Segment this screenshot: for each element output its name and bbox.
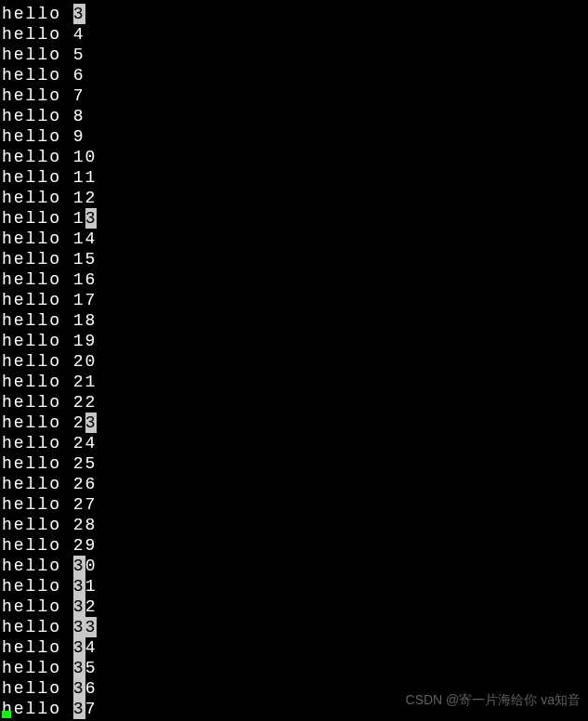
line-prefix: hello (2, 596, 73, 617)
watermark-text: CSDN @寄一片海给你 va知音 (406, 689, 581, 710)
terminal-line: hello 22 (2, 392, 588, 413)
line-prefix: hello (2, 433, 73, 453)
terminal-line: hello 7 (2, 85, 588, 106)
terminal-line: hello 19 (2, 331, 588, 351)
line-number-pre: 8 (73, 106, 85, 126)
line-prefix: hello (2, 413, 73, 433)
line-number-pre: 7 (73, 85, 85, 106)
line-number-post: 6 (85, 678, 98, 699)
line-number-pre: 1 (73, 208, 85, 229)
line-prefix: hello (2, 208, 73, 229)
line-number-post: 0 (85, 556, 98, 576)
line-number-pre: 11 (73, 167, 98, 188)
line-prefix: hello (2, 85, 73, 106)
terminal-output: hello 3hello 4hello 5hello 6hello 7hello… (0, 0, 588, 719)
terminal-line: hello 32 (2, 596, 588, 617)
line-number-pre: 25 (73, 453, 98, 474)
line-number-pre: 20 (73, 351, 98, 372)
terminal-line: hello 6 (2, 65, 588, 85)
line-number-pre: 21 (73, 372, 98, 392)
line-number-pre: 29 (73, 535, 98, 556)
line-prefix: hello (2, 535, 73, 556)
search-highlight: 3 (73, 637, 85, 658)
line-number-pre: 18 (73, 310, 98, 331)
terminal-line: hello 13 (2, 208, 588, 229)
terminal-line: hello 18 (2, 310, 588, 331)
line-prefix: hello (2, 678, 73, 699)
terminal-line: hello 30 (2, 556, 588, 576)
line-prefix: hello (2, 576, 73, 596)
line-prefix: hello (2, 515, 73, 535)
search-highlight: 3 (85, 413, 98, 433)
line-prefix: hello (2, 392, 73, 413)
search-highlight: 3 (73, 4, 85, 24)
terminal-line: hello 29 (2, 535, 588, 556)
terminal-line: hello 34 (2, 637, 588, 658)
line-number-pre: 9 (73, 126, 85, 147)
terminal-line: hello 33 (2, 617, 588, 637)
line-prefix: hello (2, 24, 73, 45)
terminal-line: hello 5 (2, 45, 588, 65)
line-prefix: hello (2, 617, 73, 637)
line-prefix: hello (2, 331, 73, 351)
search-highlight: 3 (73, 576, 85, 596)
terminal-line: hello 35 (2, 658, 588, 678)
line-prefix: hello (2, 290, 73, 310)
line-prefix: hello (2, 310, 73, 331)
line-prefix: hello (2, 269, 73, 290)
line-number-pre: 26 (73, 474, 98, 494)
terminal-line: hello 28 (2, 515, 588, 535)
terminal-line: hello 4 (2, 24, 588, 45)
line-number-post: 5 (85, 658, 98, 678)
line-number-pre: 15 (73, 249, 98, 269)
terminal-line: hello 31 (2, 576, 588, 596)
terminal-line: hello 21 (2, 372, 588, 392)
line-prefix: hello (2, 229, 73, 249)
line-prefix: hello (2, 494, 73, 515)
line-prefix: hello (2, 188, 73, 208)
line-number-post: 4 (85, 637, 98, 658)
line-prefix: hello (2, 45, 73, 65)
line-prefix: hello (2, 474, 73, 494)
terminal-line: hello 12 (2, 188, 588, 208)
line-number-post: 2 (85, 596, 98, 617)
line-prefix: hello (2, 147, 73, 167)
terminal-line: hello 23 (2, 413, 588, 433)
line-number-pre: 6 (73, 65, 85, 85)
line-number-pre: 22 (73, 392, 98, 413)
terminal-line: hello 10 (2, 147, 588, 167)
terminal-line: hello 8 (2, 106, 588, 126)
terminal-line: hello 25 (2, 453, 588, 474)
line-number-pre: 17 (73, 290, 98, 310)
search-highlight: 3 (73, 658, 85, 678)
search-highlight: 3 (73, 699, 85, 719)
line-prefix: hello (2, 167, 73, 188)
search-highlight: 33 (73, 617, 98, 637)
line-number-post: 1 (85, 576, 98, 596)
line-prefix: hello (2, 249, 73, 269)
line-number-pre: 24 (73, 433, 98, 453)
terminal-line: hello 3 (2, 4, 588, 24)
line-prefix: hello (2, 351, 73, 372)
terminal-line: hello 24 (2, 433, 588, 453)
search-highlight: 3 (73, 596, 85, 617)
terminal-line: hello 26 (2, 474, 588, 494)
search-highlight: 3 (73, 556, 85, 576)
line-prefix: hello (2, 637, 73, 658)
terminal-cursor (2, 711, 11, 718)
terminal-line: hello 14 (2, 229, 588, 249)
search-highlight: 3 (73, 678, 85, 699)
line-number-pre: 5 (73, 45, 85, 65)
line-prefix: hello (2, 4, 73, 24)
line-prefix: hello (2, 556, 73, 576)
line-number-pre: 2 (73, 413, 85, 433)
line-number-post: 7 (85, 699, 98, 719)
line-prefix: hello (2, 699, 73, 719)
line-number-pre: 10 (73, 147, 98, 167)
search-highlight: 3 (85, 208, 98, 229)
terminal-line: hello 11 (2, 167, 588, 188)
terminal-line: hello 20 (2, 351, 588, 372)
line-prefix: hello (2, 106, 73, 126)
line-number-pre: 27 (73, 494, 98, 515)
line-number-pre: 16 (73, 269, 98, 290)
